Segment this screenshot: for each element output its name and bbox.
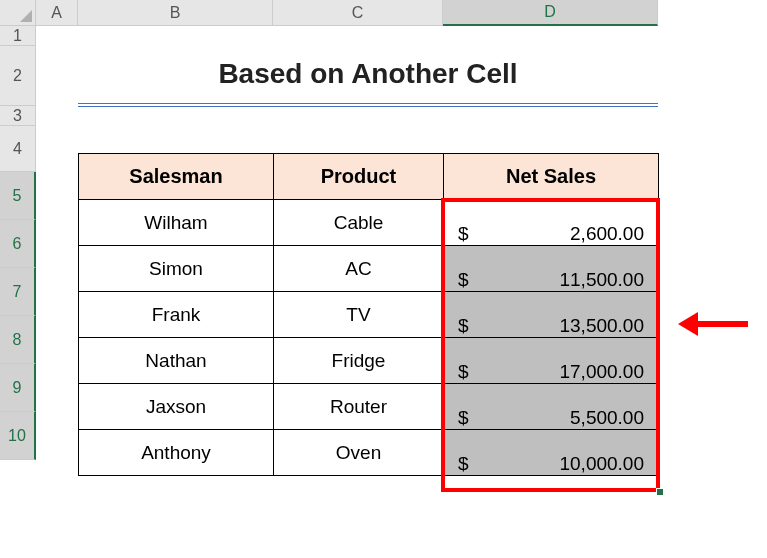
cell-salesman[interactable]: Nathan [79,338,274,384]
cell-product[interactable]: TV [274,292,444,338]
table-row: NathanFridge$17,000.00 [79,338,659,384]
currency-symbol: $ [458,407,469,429]
amount-value: 13,500.00 [559,315,644,337]
currency-symbol: $ [458,361,469,383]
amount-value: 2,600.00 [570,223,644,245]
cell-netsales[interactable]: $10,000.00 [444,430,659,476]
cell-netsales[interactable]: $5,500.00 [444,384,659,430]
cell-netsales[interactable]: $11,500.00 [444,246,659,292]
col-header-D[interactable]: D [443,0,658,26]
col-header-A[interactable]: A [36,0,78,26]
header-product[interactable]: Product [274,154,444,200]
cell-netsales[interactable]: $13,500.00 [444,292,659,338]
row-header-10[interactable]: 10 [0,412,36,460]
table-row: JaxsonRouter$5,500.00 [79,384,659,430]
table-row: FrankTV$13,500.00 [79,292,659,338]
amount-value: 5,500.00 [570,407,644,429]
amount-value: 10,000.00 [559,453,644,475]
cell-product[interactable]: Oven [274,430,444,476]
currency-symbol: $ [458,269,469,291]
amount-value: 17,000.00 [559,361,644,383]
currency-symbol: $ [458,223,469,245]
cell-netsales[interactable]: $2,600.00 [444,200,659,246]
cell-salesman[interactable]: Anthony [79,430,274,476]
cell-product[interactable]: AC [274,246,444,292]
select-all-corner[interactable] [0,0,36,26]
row-header-6[interactable]: 6 [0,220,36,268]
column-headers: ABCD [36,0,658,26]
cell-salesman[interactable]: Frank [79,292,274,338]
cell-salesman[interactable]: Jaxson [79,384,274,430]
currency-symbol: $ [458,453,469,475]
row-headers: 12345678910 [0,26,36,460]
row-header-4[interactable]: 4 [0,126,36,172]
col-header-B[interactable]: B [78,0,273,26]
row-header-2[interactable]: 2 [0,46,36,106]
data-table: Salesman Product Net Sales WilhamCable$2… [78,153,659,476]
row-header-9[interactable]: 9 [0,364,36,412]
col-header-C[interactable]: C [273,0,443,26]
arrow-head-icon [678,312,698,336]
amount-value: 11,500.00 [559,269,644,291]
arrow-annotation [678,312,748,336]
header-salesman[interactable]: Salesman [79,154,274,200]
table-row: SimonAC$11,500.00 [79,246,659,292]
arrow-line [698,321,748,327]
selection-handle[interactable] [656,488,664,496]
row-header-3[interactable]: 3 [0,106,36,126]
currency-symbol: $ [458,315,469,337]
row-header-8[interactable]: 8 [0,316,36,364]
row-header-7[interactable]: 7 [0,268,36,316]
header-netsales[interactable]: Net Sales [444,154,659,200]
cell-product[interactable]: Cable [274,200,444,246]
title-text: Based on Another Cell [218,58,517,90]
cell-netsales[interactable]: $17,000.00 [444,338,659,384]
table-row: WilhamCable$2,600.00 [79,200,659,246]
cell-product[interactable]: Fridge [274,338,444,384]
row-header-5[interactable]: 5 [0,172,36,220]
table-row: AnthonyOven$10,000.00 [79,430,659,476]
cell-salesman[interactable]: Wilham [79,200,274,246]
row-header-1[interactable]: 1 [0,26,36,46]
cell-product[interactable]: Router [274,384,444,430]
title-cell[interactable]: Based on Another Cell [78,45,658,107]
cell-salesman[interactable]: Simon [79,246,274,292]
